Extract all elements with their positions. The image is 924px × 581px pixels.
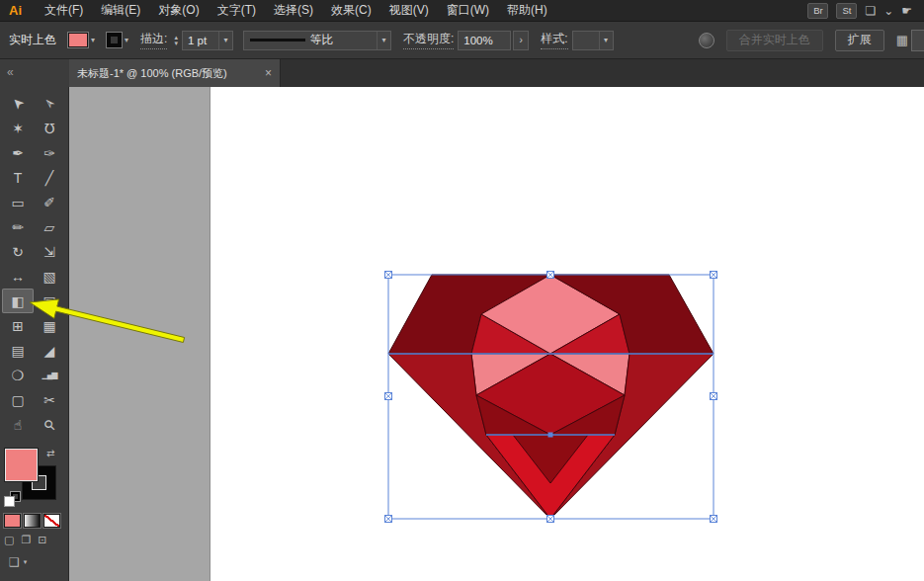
draw-inside-icon[interactable]: ⊡: [38, 534, 46, 546]
style-combo[interactable]: ▾: [572, 31, 614, 50]
artboard-tool[interactable]: ▢: [2, 387, 34, 412]
mesh-tool[interactable]: ▦: [34, 313, 65, 338]
document-tab[interactable]: 未标题-1* @ 100% (RGB/预览) ×: [69, 59, 281, 87]
tools-panel: ➤➢✶℧✒✑T╱▭✐✏▱↻⇲↔▧◧▣⊞▦▤◢❍▁▄▆▢✂☝⚲ ⇄ ▢❐⊡ ❑ ▾: [0, 87, 69, 581]
menu-item[interactable]: 选择(S): [265, 2, 322, 19]
stroke-weight-stepper[interactable]: ▴ ▾: [174, 35, 178, 46]
slice-tool[interactable]: ✂: [34, 387, 65, 412]
direct-selection-tool[interactable]: ➢: [34, 91, 65, 116]
live-paint-bucket-tool[interactable]: ◧: [2, 289, 34, 313]
gradient-tool[interactable]: ▤: [2, 338, 34, 363]
recolor-artwork-icon[interactable]: [699, 33, 714, 48]
zoom-icon: ⚲: [41, 416, 57, 433]
chevron-down-icon[interactable]: ▾: [218, 32, 232, 49]
scale-tool[interactable]: ⇲: [34, 239, 65, 264]
menu-item[interactable]: 对象(O): [149, 2, 208, 19]
width-tool[interactable]: ↔: [2, 264, 34, 289]
live-paint-selection-icon: ▣: [42, 294, 55, 308]
live-paint-title: 实时上色: [9, 32, 56, 48]
free-transform-tool[interactable]: ▧: [34, 264, 65, 289]
eyedropper-icon: ◢: [44, 344, 55, 358]
magic-wand-tool[interactable]: ✶: [2, 116, 34, 140]
stroke-label[interactable]: 描边:: [140, 31, 167, 49]
stroke-color-control[interactable]: ▾: [107, 33, 128, 47]
curvature-tool[interactable]: ✑: [34, 140, 65, 165]
artboard[interactable]: [210, 87, 924, 581]
width-profile-combo[interactable]: 等比 ▾: [243, 31, 391, 50]
menu-item[interactable]: 视图(V): [380, 2, 438, 19]
perspective-grid-icon: ⊞: [12, 319, 24, 333]
rotate-tool[interactable]: ↻: [2, 239, 34, 264]
width-icon: ↔: [11, 270, 25, 284]
stroke-weight-combo[interactable]: 1 pt ▾: [182, 31, 233, 50]
stepper-down-icon[interactable]: ▾: [174, 41, 178, 46]
collapse-arrows-icon: «: [7, 65, 14, 79]
line-segment-tool[interactable]: ╱: [34, 165, 65, 190]
drawing-modes-row: ▢❐⊡: [4, 534, 47, 546]
opacity-label[interactable]: 不透明度:: [403, 31, 454, 49]
fill-color-control[interactable]: ▾: [68, 33, 95, 47]
menu-item[interactable]: 文字(T): [209, 2, 265, 19]
swap-fill-stroke-icon[interactable]: ⇄: [46, 448, 54, 458]
illustrator-window: Ai 文件(F)编辑(E)对象(O)文字(T)选择(S)效果(C)视图(V)窗口…: [0, 0, 924, 581]
menu-item[interactable]: 编辑(E): [92, 2, 149, 19]
stock-badge[interactable]: St: [836, 3, 857, 19]
menu-item[interactable]: 效果(C): [322, 2, 380, 19]
menu-item[interactable]: 文件(F): [36, 2, 92, 19]
none-button[interactable]: [43, 514, 60, 528]
paintbrush-icon: ✐: [43, 196, 55, 209]
eyedropper-tool[interactable]: ◢: [34, 338, 65, 363]
menu-bar: Ai 文件(F)编辑(E)对象(O)文字(T)选择(S)效果(C)视图(V)窗口…: [0, 0, 924, 22]
fill-color-swatch[interactable]: [68, 33, 88, 47]
profile-value: 等比: [305, 33, 377, 47]
scale-icon: ⇲: [43, 245, 55, 259]
lasso-tool[interactable]: ℧: [34, 116, 65, 140]
chevron-down-icon[interactable]: ▾: [91, 36, 95, 44]
opacity-combo[interactable]: 100%: [458, 31, 511, 50]
line-segment-icon: ╱: [45, 171, 53, 185]
tab-close-icon[interactable]: ×: [265, 66, 272, 80]
slice-icon: ✂: [43, 393, 55, 407]
pasteboard[interactable]: [69, 87, 924, 581]
menubar-right-icons: BrSt❏⌄☛: [807, 3, 912, 19]
chevron-down-icon[interactable]: ⌄: [883, 5, 893, 17]
chevron-down-icon[interactable]: ▾: [599, 32, 613, 49]
menu-item[interactable]: 窗口(W): [438, 2, 498, 19]
menu-item[interactable]: 帮助(H): [498, 2, 556, 19]
style-label[interactable]: 样式:: [541, 31, 567, 49]
paintbrush-tool[interactable]: ✐: [34, 190, 65, 214]
chevron-down-icon[interactable]: ▾: [125, 36, 128, 44]
live-paint-selection-tool[interactable]: ▣: [34, 289, 65, 313]
toolbar-collapse-button[interactable]: «: [0, 59, 69, 87]
draw-behind-icon[interactable]: ❐: [21, 534, 31, 546]
fill-swatch[interactable]: [5, 449, 38, 481]
workspace-switcher-icon[interactable]: ❏: [865, 5, 876, 17]
share-screen-icon[interactable]: ☛: [901, 5, 912, 17]
perspective-grid-tool[interactable]: ⊞: [2, 313, 34, 338]
screen-mode-button[interactable]: ❑ ▾: [9, 555, 27, 569]
shaper-tool[interactable]: ▱: [34, 214, 65, 239]
opacity-options-button[interactable]: ›: [513, 31, 529, 50]
blend-tool[interactable]: ❍: [2, 363, 34, 387]
pen-tool[interactable]: ✒: [2, 140, 34, 165]
mesh-icon: ▦: [42, 319, 55, 333]
expand-button[interactable]: 扩展: [835, 30, 884, 51]
rectangle-tool[interactable]: ▭: [2, 190, 34, 214]
default-swatches-icon[interactable]: [5, 492, 21, 507]
chevron-down-icon[interactable]: ▾: [377, 32, 390, 49]
bridge-badge[interactable]: Br: [807, 3, 828, 19]
draw-normal-icon[interactable]: ▢: [4, 534, 14, 546]
type-tool[interactable]: T: [2, 165, 34, 190]
color-button[interactable]: [4, 514, 21, 528]
stroke-color-swatch[interactable]: [107, 33, 122, 47]
zoom-tool[interactable]: ⚲: [34, 412, 65, 437]
column-graph-tool[interactable]: ▁▄▆: [34, 363, 65, 387]
panel-menu-icon[interactable]: ▦: [896, 33, 908, 47]
document-tab-title: 未标题-1* @ 100% (RGB/预览): [77, 66, 227, 81]
gradient-button[interactable]: [24, 514, 41, 528]
pencil-tool[interactable]: ✏: [2, 214, 34, 239]
selection-tool[interactable]: ➤: [2, 91, 34, 116]
tools-grid: ➤➢✶℧✒✑T╱▭✐✏▱↻⇲↔▧◧▣⊞▦▤◢❍▁▄▆▢✂☝⚲: [2, 91, 65, 437]
hand-tool[interactable]: ☝: [2, 412, 34, 437]
direct-selection-icon: ➢: [41, 94, 58, 112]
